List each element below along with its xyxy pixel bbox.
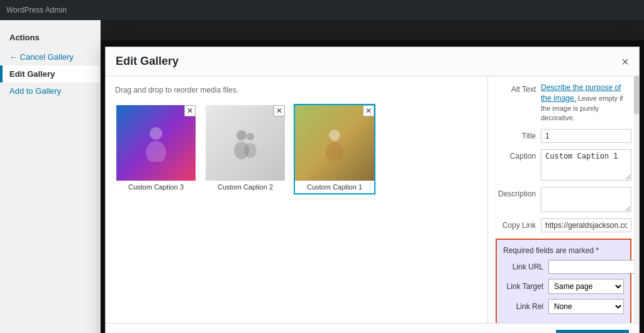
caption-textarea[interactable]: Custom Caption 1 xyxy=(541,149,631,181)
gallery-item-1[interactable]: ✕ Custom Caption 2 xyxy=(204,104,286,195)
link-rel-select[interactable]: None nofollow noreferrer xyxy=(548,299,624,314)
copy-link-row: Copy Link xyxy=(496,218,631,232)
scrollbar-thumb[interactable] xyxy=(634,76,639,114)
scrollbar-track xyxy=(634,76,639,323)
link-url-row: Link URL xyxy=(503,260,624,274)
title-row: Title xyxy=(496,129,631,143)
sidebar-item-add-to-gallery[interactable]: Add to Gallery xyxy=(0,82,100,99)
gallery-area: Drag and drop to reorder media files. ✕ xyxy=(106,76,488,323)
gallery-hint: Drag and drop to reorder media files. xyxy=(115,86,478,94)
add-to-gallery-label: Add to Gallery xyxy=(9,86,61,96)
required-note: Required fields are marked * xyxy=(503,246,624,255)
svg-point-0 xyxy=(150,127,162,140)
dialog-header: Edit Gallery × xyxy=(106,47,639,76)
sidebar: Actions ← Cancel Gallery Edit Gallery Ad… xyxy=(0,20,101,333)
gallery-image-1 xyxy=(206,105,285,181)
caption-label: Caption xyxy=(496,149,541,161)
remove-item-1-button[interactable]: ✕ xyxy=(274,105,285,116)
svg-point-5 xyxy=(244,143,257,158)
svg-rect-9 xyxy=(338,137,342,145)
copy-link-input[interactable] xyxy=(541,218,631,232)
gallery-item-2[interactable]: ✕ Custom Caption 1 xyxy=(294,104,375,195)
link-target-label: Link Target xyxy=(503,282,548,291)
sidebar-item-cancel[interactable]: ← Cancel Gallery xyxy=(0,48,100,65)
link-rel-row: Link Rel None nofollow noreferrer xyxy=(503,299,624,314)
link-url-input[interactable] xyxy=(548,260,639,274)
gallery-item-caption-1: Custom Caption 2 xyxy=(206,181,285,193)
required-section: Required fields are marked * Link URL Li… xyxy=(496,239,631,323)
gallery-item-caption-2: Custom Caption 1 xyxy=(295,181,374,193)
copy-link-label: Copy Link xyxy=(496,218,541,230)
svg-point-4 xyxy=(247,133,254,140)
alt-text-row: Alt Text Describe the purpose of the ima… xyxy=(496,82,631,123)
actions-heading: Actions xyxy=(0,33,100,48)
link-target-select[interactable]: Same page New tab xyxy=(548,279,624,294)
gallery-grid: ✕ Custom Caption 3 xyxy=(115,104,478,195)
dialog-body: Drag and drop to reorder media files. ✕ xyxy=(106,76,639,323)
right-panel: Alt Text Describe the purpose of the ima… xyxy=(488,76,639,323)
sidebar-item-edit-gallery[interactable]: Edit Gallery xyxy=(0,65,100,82)
remove-item-2-button[interactable]: ✕ xyxy=(363,105,374,116)
svg-point-2 xyxy=(236,130,247,140)
description-label: Description xyxy=(496,187,541,198)
top-bar-text: WordPress Admin xyxy=(6,6,67,14)
link-url-label: Link URL xyxy=(503,262,548,271)
edit-gallery-label: Edit Gallery xyxy=(9,69,55,79)
title-label: Title xyxy=(496,129,541,140)
edit-gallery-dialog: Edit Gallery × Drag and drop to reorder … xyxy=(105,47,640,333)
alt-text-hint: Describe the purpose of the image. Leave… xyxy=(541,82,631,123)
description-row: Description xyxy=(496,187,631,212)
alt-text-label: Alt Text xyxy=(496,82,541,94)
update-gallery-button[interactable]: Update gallery xyxy=(556,330,629,333)
dialog-title: Edit Gallery xyxy=(116,55,179,68)
link-rel-label: Link Rel xyxy=(503,302,548,311)
svg-rect-8 xyxy=(327,137,331,145)
gallery-item-0[interactable]: ✕ Custom Caption 3 xyxy=(115,104,197,195)
gallery-image-2 xyxy=(295,105,374,181)
top-bar: WordPress Admin xyxy=(0,0,644,20)
dialog-close-button[interactable]: × xyxy=(621,55,629,68)
caption-row: Caption Custom Caption 1 xyxy=(496,149,631,181)
dialog-footer: Update gallery xyxy=(106,323,639,333)
remove-item-0-button[interactable]: ✕ xyxy=(184,105,196,116)
link-target-row: Link Target Same page New tab xyxy=(503,279,624,294)
description-textarea[interactable] xyxy=(541,187,631,212)
svg-point-1 xyxy=(146,141,166,162)
title-input[interactable] xyxy=(541,129,631,143)
cancel-gallery-label: ← Cancel Gallery xyxy=(9,52,74,62)
modal-overlay: Edit Gallery × Drag and drop to reorder … xyxy=(101,40,644,333)
gallery-item-caption-0: Custom Caption 3 xyxy=(116,181,196,193)
gallery-image-0 xyxy=(116,105,196,181)
